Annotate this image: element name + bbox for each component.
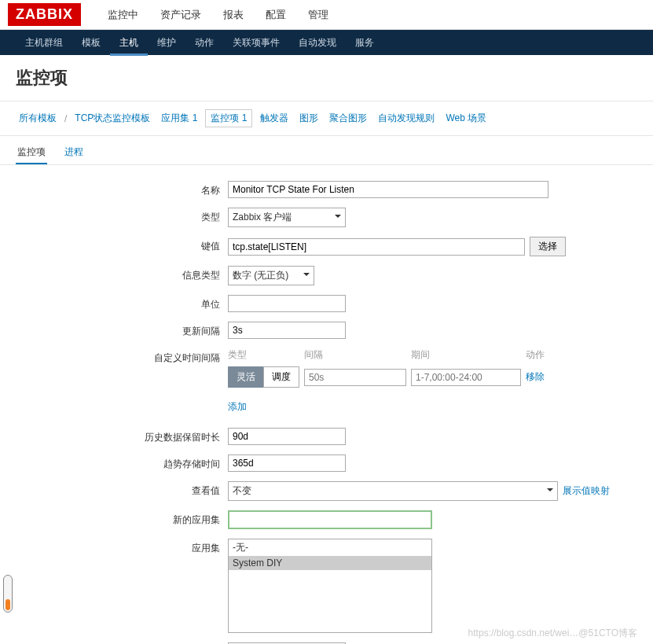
subtab-process[interactable]: 进程 bbox=[63, 141, 85, 164]
bc-all-templates[interactable]: 所有模板 bbox=[16, 110, 60, 127]
link-remove-interval[interactable]: 移除 bbox=[526, 371, 545, 382]
input-history[interactable] bbox=[228, 428, 346, 445]
label-applications: 应用集 bbox=[16, 539, 228, 555]
seg-flex[interactable]: 灵活 bbox=[228, 366, 263, 388]
breadcrumb: 所有模板 / TCP状态监控模板 应用集 1 监控项 1 触发器 图形 聚合图形… bbox=[0, 101, 653, 136]
ih-action: 动作 bbox=[526, 348, 549, 366]
input-new-application[interactable] bbox=[228, 510, 432, 529]
logo: ZABBIX bbox=[8, 3, 81, 26]
bc-applications[interactable]: 应用集 1 bbox=[158, 110, 200, 127]
select-show-value[interactable]: 不变 bbox=[228, 481, 558, 501]
link-add-interval[interactable]: 添加 bbox=[228, 401, 247, 412]
bc-sep: / bbox=[64, 113, 67, 124]
scroll-indicator bbox=[3, 575, 13, 613]
label-name: 名称 bbox=[16, 181, 228, 197]
interval-table: 类型 间隔 期间 动作 灵活 调度 bbox=[228, 348, 549, 418]
subnav-discovery[interactable]: 自动发现 bbox=[289, 30, 346, 56]
app-option-system[interactable]: System DIY bbox=[229, 556, 431, 570]
sub-nav: 主机群组 模板 主机 维护 动作 关联项事件 自动发现 服务 bbox=[0, 30, 653, 55]
bc-screens[interactable]: 聚合图形 bbox=[326, 110, 370, 127]
label-info-type: 信息类型 bbox=[16, 266, 228, 282]
interval-type-seg: 灵活 调度 bbox=[228, 366, 299, 388]
ih-interval: 间隔 bbox=[304, 348, 411, 366]
subnav-maintenance[interactable]: 维护 bbox=[148, 30, 185, 56]
subnav-actions[interactable]: 动作 bbox=[185, 30, 223, 56]
select-show-value-value: 不变 bbox=[233, 484, 251, 498]
select-info-type[interactable]: 数字 (无正负) bbox=[228, 266, 314, 285]
label-new-application: 新的应用集 bbox=[16, 510, 228, 527]
input-update-interval[interactable] bbox=[228, 322, 346, 339]
label-key: 键值 bbox=[16, 237, 228, 253]
input-key[interactable] bbox=[228, 238, 525, 256]
select-info-type-value: 数字 (无正负) bbox=[233, 269, 288, 282]
label-update-interval: 更新间隔 bbox=[16, 322, 228, 338]
chevron-down-icon bbox=[335, 212, 341, 223]
label-history: 历史数据保留时长 bbox=[16, 428, 228, 444]
label-type: 类型 bbox=[16, 208, 228, 224]
label-show-value: 查看值 bbox=[16, 481, 228, 498]
topnav-inventory[interactable]: 资产记录 bbox=[149, 0, 212, 30]
input-units[interactable] bbox=[228, 295, 346, 312]
label-custom-intervals: 自定义时间间隔 bbox=[16, 348, 228, 365]
label-trends: 趋势存储时间 bbox=[16, 454, 228, 471]
app-option-none[interactable]: -无- bbox=[229, 539, 431, 556]
input-period[interactable] bbox=[411, 369, 521, 386]
input-interval[interactable] bbox=[304, 369, 406, 386]
bc-triggers[interactable]: 触发器 bbox=[257, 110, 292, 127]
label-units: 单位 bbox=[16, 295, 228, 311]
topnav-administration[interactable]: 管理 bbox=[297, 0, 339, 30]
seg-sched[interactable]: 调度 bbox=[263, 366, 299, 388]
listbox-applications[interactable]: -无- System DIY bbox=[228, 539, 432, 633]
subnav-hosts[interactable]: 主机 bbox=[110, 30, 148, 56]
bc-discovery[interactable]: 自动发现规则 bbox=[375, 110, 438, 127]
top-header: ZABBIX 监控中 资产记录 报表 配置 管理 bbox=[0, 0, 653, 30]
ih-period: 期间 bbox=[411, 348, 526, 366]
subnav-templates[interactable]: 模板 bbox=[72, 30, 110, 56]
input-name[interactable] bbox=[228, 181, 548, 198]
interval-row: 灵活 调度 移除 bbox=[228, 366, 549, 392]
page-title: 监控项 bbox=[0, 55, 653, 101]
subtab-item[interactable]: 监控项 bbox=[16, 141, 47, 164]
ih-type: 类型 bbox=[228, 348, 304, 366]
bc-items[interactable]: 监控项 1 bbox=[205, 109, 252, 127]
chevron-down-icon bbox=[303, 270, 310, 282]
select-type-value: Zabbix 客户端 bbox=[233, 211, 292, 224]
subnav-hostgroups[interactable]: 主机群组 bbox=[16, 30, 72, 56]
link-value-mapping[interactable]: 展示值映射 bbox=[563, 484, 610, 498]
select-type[interactable]: Zabbix 客户端 bbox=[228, 208, 346, 227]
subtabs: 监控项 进程 bbox=[0, 136, 653, 165]
bc-web[interactable]: Web 场景 bbox=[442, 110, 490, 127]
chevron-down-icon bbox=[547, 485, 553, 497]
button-key-select[interactable]: 选择 bbox=[530, 237, 566, 256]
topnav-reports[interactable]: 报表 bbox=[212, 0, 255, 30]
bc-template[interactable]: TCP状态监控模板 bbox=[72, 110, 153, 127]
subnav-services[interactable]: 服务 bbox=[346, 30, 383, 56]
topnav-monitoring[interactable]: 监控中 bbox=[97, 0, 149, 30]
bc-graphs[interactable]: 图形 bbox=[296, 110, 321, 127]
topnav-configuration[interactable]: 配置 bbox=[255, 0, 297, 30]
top-nav: 监控中 资产记录 报表 配置 管理 bbox=[97, 0, 339, 30]
input-trends[interactable] bbox=[228, 454, 346, 472]
item-form: 名称 类型 Zabbix 客户端 键值 选择 信息类型 数字 (无正负) bbox=[0, 165, 653, 644]
